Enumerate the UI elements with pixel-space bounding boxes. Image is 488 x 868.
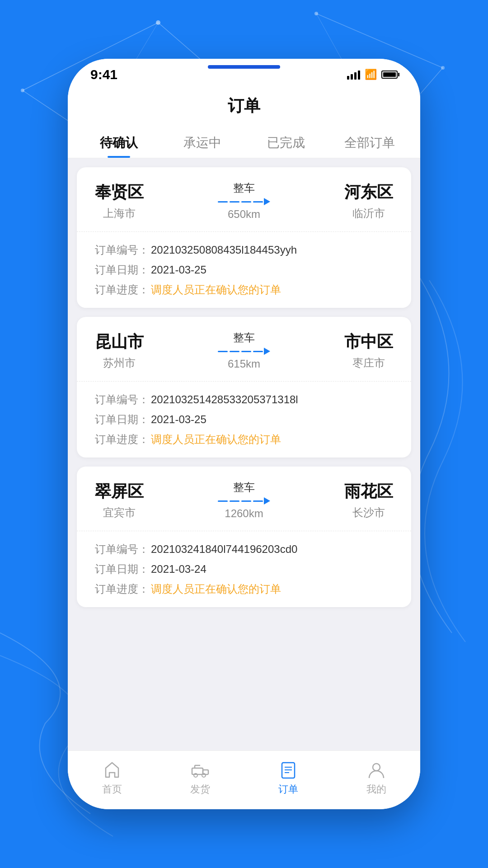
svg-point-6 <box>21 89 24 92</box>
svg-point-13 <box>441 66 445 70</box>
order-card-1[interactable]: 奉贤区 上海市 整车 <box>77 167 411 308</box>
order-list: 奉贤区 上海市 整车 <box>68 158 420 750</box>
order-3-date-row: 订单日期： 2021-03-24 <box>95 562 393 576</box>
nav-item-home[interactable]: 首页 <box>68 760 156 796</box>
order-2-no-row: 订单编号： 202103251428533205371318l <box>95 392 393 407</box>
order-1-arrow <box>218 198 270 205</box>
order-1-no-row: 订单编号： 202103250808435l184453yyh <box>95 243 393 257</box>
order-2-dest-district: 枣庄市 <box>352 356 385 370</box>
order-3-arrow <box>218 497 270 505</box>
phone-frame: 9:41 📶 订单 待确认 承运中 已完成 全部订单 <box>68 59 420 809</box>
nav-label-home: 首页 <box>102 783 122 796</box>
order-1-dest-district: 临沂市 <box>352 206 385 221</box>
order-3-route-type: 整车 <box>233 480 255 495</box>
tab-completed[interactable]: 已完成 <box>244 126 328 158</box>
order-3-no-row: 订单编号： 202103241840l744196203cd0 <box>95 542 393 557</box>
order-2-date-row: 订单日期： 2021-03-25 <box>95 412 393 427</box>
profile-icon <box>366 760 386 780</box>
wifi-icon: 📶 <box>365 69 377 80</box>
order-3-dest-district: 长沙市 <box>352 505 385 520</box>
order-2-route: 昆山市 苏州市 整车 <box>77 317 411 382</box>
order-3-dest-city: 雨花区 <box>344 481 393 503</box>
nav-item-profile[interactable]: 我的 <box>332 760 420 796</box>
tab-pending[interactable]: 待确认 <box>77 126 160 158</box>
status-bar: 9:41 📶 <box>68 59 420 90</box>
status-icons: 📶 <box>347 69 398 80</box>
order-2-route-type: 整车 <box>233 330 255 345</box>
svg-point-5 <box>156 20 160 25</box>
order-3-progress-row: 订单进度： 调度人员正在确认您的订单 <box>95 582 393 596</box>
order-1-origin-city: 奉贤区 <box>95 181 144 203</box>
svg-point-12 <box>314 12 318 15</box>
order-2-dest-city: 市中区 <box>344 331 393 353</box>
order-1-route-type: 整车 <box>233 181 255 195</box>
order-1-progress-row: 订单进度： 调度人员正在确认您的订单 <box>95 283 393 297</box>
nav-label-ship: 发货 <box>190 783 210 796</box>
order-2-progress-row: 订单进度： 调度人员正在确认您的订单 <box>95 432 393 447</box>
order-2-detail: 订单编号： 202103251428533205371318l 订单日期： 20… <box>77 382 411 458</box>
order-2-arrow <box>218 348 270 355</box>
svg-rect-14 <box>192 768 203 774</box>
nav-item-order[interactable]: 订单 <box>244 760 332 796</box>
status-time: 9:41 <box>90 67 117 82</box>
nav-item-ship[interactable]: 发货 <box>156 760 244 796</box>
order-card-2[interactable]: 昆山市 苏州市 整车 <box>77 317 411 458</box>
app-header: 订单 <box>68 90 420 126</box>
screen: 9:41 📶 订单 待确认 承运中 已完成 全部订单 <box>68 59 420 809</box>
order-card-3[interactable]: 翠屏区 宜宾市 整车 <box>77 467 411 607</box>
order-3-origin-city: 翠屏区 <box>95 481 144 503</box>
order-1-origin-district: 上海市 <box>103 206 136 221</box>
order-icon <box>278 760 298 780</box>
order-3-distance: 1260km <box>225 507 263 520</box>
order-1-dest-city: 河东区 <box>344 181 393 203</box>
order-2-route-middle: 整车 615km <box>144 330 344 370</box>
order-3-dest: 雨花区 长沙市 <box>344 481 393 520</box>
order-1-dest: 河东区 临沂市 <box>344 181 393 221</box>
order-3-detail: 订单编号： 202103241840l744196203cd0 订单日期： 20… <box>77 531 411 607</box>
nav-label-order: 订单 <box>278 783 298 796</box>
order-2-origin: 昆山市 苏州市 <box>95 331 144 370</box>
page-title: 订单 <box>68 95 420 117</box>
order-3-route: 翠屏区 宜宾市 整车 <box>77 467 411 531</box>
tab-shipping[interactable]: 承运中 <box>160 126 244 158</box>
order-3-origin: 翠屏区 宜宾市 <box>95 481 144 520</box>
order-1-detail: 订单编号： 202103250808435l184453yyh 订单日期： 20… <box>77 232 411 308</box>
ship-icon <box>190 760 210 780</box>
home-icon <box>102 760 122 780</box>
order-2-origin-city: 昆山市 <box>95 331 144 353</box>
order-1-date-row: 订单日期： 2021-03-25 <box>95 263 393 277</box>
order-1-origin: 奉贤区 上海市 <box>95 181 144 221</box>
svg-point-24 <box>373 764 380 771</box>
order-2-origin-district: 苏州市 <box>103 356 136 370</box>
order-3-route-middle: 整车 1260km <box>144 480 344 520</box>
order-1-route-middle: 整车 650km <box>144 181 344 221</box>
order-2-dest: 市中区 枣庄市 <box>344 331 393 370</box>
order-3-origin-district: 宜宾市 <box>103 505 136 520</box>
nav-label-profile: 我的 <box>366 783 386 796</box>
bottom-nav: 首页 发货 <box>68 750 420 809</box>
battery-icon <box>381 71 398 79</box>
signal-icon <box>347 70 360 80</box>
tab-all[interactable]: 全部订单 <box>328 126 411 158</box>
order-1-distance: 650km <box>228 208 260 221</box>
tabs-bar: 待确认 承运中 已完成 全部订单 <box>68 126 420 158</box>
top-indicator <box>208 65 280 69</box>
order-2-distance: 615km <box>228 358 260 370</box>
order-1-route: 奉贤区 上海市 整车 <box>77 167 411 232</box>
